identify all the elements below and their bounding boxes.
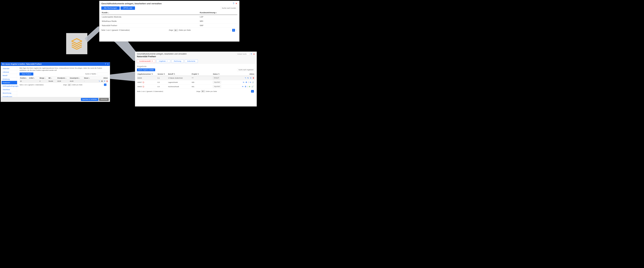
sort-icon[interactable]: ⇅ — [218, 73, 220, 75]
customers-table: Kunde▲ Kurzbezeichnung⇅ Laubenspieler Ab… — [101, 11, 237, 28]
sort-icon[interactable]: ⇅ — [79, 77, 80, 79]
x-icon: ✕ — [152, 60, 153, 62]
new-offer-button[interactable]: Neues Angebot erstellen — [137, 68, 155, 71]
sort-icon[interactable]: ⇅ — [216, 12, 217, 13]
close-icon[interactable]: ✕ — [253, 53, 255, 55]
positions-table: Position ⇅ Artikel ⇅ Menge ⇅ ME ⇅ Einzel… — [20, 76, 108, 83]
status-badge: Importiert — [213, 85, 221, 88]
pager-info: Seite 1 von 1 (gesamt: 1 Datensätze) — [20, 84, 44, 86]
intro-text: Bitte fügen Sie Ihrem Angebot die Angebo… — [20, 67, 108, 71]
sidebar-item-einleitung[interactable]: Einleitung — [2, 77, 17, 81]
all-invoices-button[interactable]: Alle Rechnungen — [101, 6, 120, 10]
global-search-input[interactable] — [236, 53, 250, 55]
sidebar-item-positionen[interactable]: Positionen — [2, 81, 17, 84]
check-icon: ✓ — [166, 60, 168, 62]
next-page[interactable]: › — [254, 90, 255, 92]
sort-icon[interactable]: ⇅ — [164, 73, 165, 75]
page-current[interactable]: 1 — [232, 29, 235, 31]
panel2-title: Geschäftsdokumente anlegen, bearbeiten u… — [137, 53, 187, 55]
sort-icon[interactable]: ⇅ — [174, 73, 175, 75]
close-icon[interactable]: ✕ — [107, 63, 109, 65]
sort-icon[interactable]: ⇅ — [152, 73, 153, 75]
tab-rechnung[interactable]: Rechnung — [172, 59, 184, 63]
save-close-button[interactable]: Speichern & Schließen — [81, 98, 98, 101]
cancel-button[interactable]: Abbrechen — [99, 98, 109, 101]
col-kurz[interactable]: Kurzbezeichnung — [200, 11, 215, 13]
next-page[interactable]: › — [236, 29, 238, 31]
sidebar-item-abschluss[interactable]: Abschluss — [2, 88, 17, 91]
copy-icon[interactable]: ⧉ — [249, 85, 250, 87]
prev-page[interactable]: ‹ — [250, 90, 250, 92]
customer-search-button[interactable]: Suche nach Kunden — [220, 6, 238, 9]
branch-icon[interactable]: ⇆ — [243, 81, 244, 83]
prev-page[interactable]: ‹ — [102, 84, 104, 86]
panel1-title: Geschäftsdokumente anlegen, bearbeiten u… — [101, 2, 162, 5]
next-page[interactable]: › — [107, 84, 108, 86]
copy-icon[interactable]: ⧉ — [250, 81, 251, 83]
table-row[interactable]: Naturstübl FreiherrNAF — [101, 23, 237, 28]
opos-list-button[interactable]: OPOS-Liste — [120, 6, 135, 10]
gear-icon[interactable]: ⚙ — [104, 80, 105, 82]
delete-icon[interactable]: 🗑 — [252, 77, 254, 79]
table-row[interactable]: 00008 0.1 3 Pakete Zedernholz *** Entwur… — [137, 76, 255, 80]
page-current[interactable]: 1 — [104, 84, 106, 86]
col-kunde[interactable]: Kunde — [102, 11, 108, 13]
help-icon[interactable]: ? — [250, 53, 252, 55]
page-current[interactable]: 1 — [251, 90, 254, 93]
add-icon[interactable]: ➕ — [101, 80, 103, 82]
tab-angebote[interactable]: Angebote✓ — [156, 59, 170, 63]
help-icon[interactable]: ? — [105, 63, 106, 65]
sidebar-item-absender[interactable]: Absender — [2, 67, 17, 70]
page-size-select[interactable]: 10 — [174, 29, 178, 31]
sep-icon: | — [248, 81, 249, 83]
page-size-select[interactable]: 10 — [68, 84, 72, 86]
sidebar-item-berechnung[interactable]: Berechnung — [2, 91, 17, 95]
print-icon[interactable]: 🖶 — [245, 85, 246, 87]
branch-icon[interactable]: ⇆ — [242, 85, 244, 87]
table-row[interactable]: 00007🚫 0.0 Lagerschrank 005 Importiert ⇆… — [137, 80, 255, 84]
cart-icon[interactable]: 🛒 — [252, 81, 254, 83]
sort-icon[interactable]: ▲ — [108, 12, 109, 13]
cart-check-icon[interactable]: 🛒✓ — [252, 85, 254, 87]
table-row[interactable]: Laubenspieler AbstrodaLSP — [101, 15, 237, 19]
page-size-select[interactable]: 10 — [201, 90, 205, 93]
table-search-input[interactable] — [97, 73, 108, 75]
status-badge: Importiert — [213, 81, 221, 83]
dialog-title: Ein neues Angebot erstellen: Naturstübl … — [2, 63, 42, 65]
help-icon[interactable]: ? — [233, 2, 234, 5]
tab-kundenauswahl[interactable]: Kundenauswahl✕ — [137, 59, 155, 63]
sort-icon[interactable]: ⇅ — [198, 73, 199, 75]
gear-icon[interactable]: ⚙ — [250, 77, 252, 79]
hidden-icon: 🚫 — [142, 81, 144, 83]
offers-table: Angebotsnummer ⇅ Version ⇅ Betreff ⇅ Pro… — [137, 72, 255, 89]
sort-icon[interactable]: ⇅ — [66, 77, 66, 79]
stack-logo — [66, 33, 87, 54]
edit-icon[interactable]: ✎ — [99, 80, 100, 82]
prev-page[interactable]: ‹ — [230, 29, 232, 31]
pager-info: Seite 1 von 1 (gesamt: 3 Datensätze) — [137, 90, 163, 92]
table-row[interactable]: 10 2 Stunde 22,00 44,00 - ✎ ➕ ⚙ 🗑 — [20, 79, 108, 83]
edit-offer-dialog: Ein neues Angebot erstellen: Naturstübl … — [1, 62, 110, 102]
sort-icon[interactable]: ⇅ — [34, 77, 35, 79]
sort-icon[interactable]: ⇅ — [51, 77, 52, 79]
sidebar-item-zahlung[interactable]: Zahlungsbedingungen — [2, 84, 17, 88]
delete-icon[interactable]: 🗑 — [106, 80, 108, 82]
status-badge: Entwurf — [213, 77, 220, 79]
table-row[interactable]: Möbelhaus RiedleMRI — [101, 19, 237, 23]
edit-icon[interactable]: ✎ — [245, 77, 246, 79]
branch-icon[interactable]: ⇆ — [247, 77, 249, 79]
sort-icon[interactable]: ⇅ — [45, 77, 46, 79]
print-icon[interactable]: 🖶 — [246, 81, 247, 83]
pager-info: Seite 1 von 1 (gesamt: 3 Datensätze) — [101, 29, 130, 31]
offer-search-button[interactable]: Suche nach Angeboten — [237, 68, 255, 71]
dialog-sidebar: Absender Adressat Betreff Einleitung Pos… — [1, 66, 18, 98]
sidebar-item-adressat[interactable]: Adressat — [2, 70, 17, 74]
new-position-button[interactable]: Neue Position — [20, 72, 34, 75]
close-icon[interactable]: ✕ — [236, 2, 238, 5]
sort-icon[interactable]: ⇅ — [89, 77, 90, 79]
sidebar-item-betreff[interactable]: Betreff — [2, 74, 17, 77]
sort-icon[interactable]: ⇅ — [26, 77, 27, 79]
tab-dokumente[interactable]: Dokumente — [185, 59, 198, 63]
svg-marker-0 — [72, 39, 82, 44]
table-row[interactable]: 00003🚫 0.0 Küchenschrank 001 Importiert … — [137, 84, 255, 89]
